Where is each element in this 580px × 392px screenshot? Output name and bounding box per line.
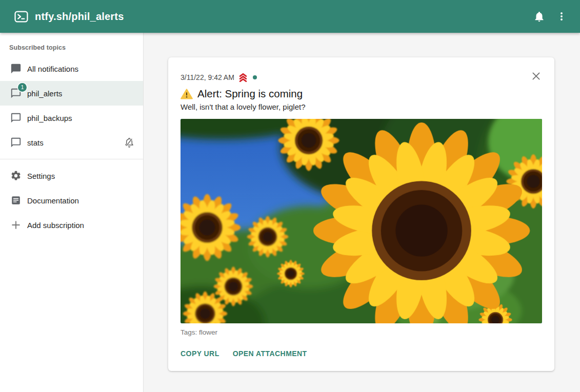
ntfy-app: ntfy.sh/phil_alerts Subscribed topics [0,0,580,392]
app-bar: ntfy.sh/phil_alerts [0,0,580,33]
notification-card: 3/11/22, 9:42 AM [168,57,554,371]
sidebar-item-label: Settings [27,172,55,180]
sidebar-item-add-subscription[interactable]: Add subscription [0,213,143,237]
open-attachment-button[interactable]: OPEN ATTACHMENT [233,349,307,358]
sidebar-item-settings[interactable]: Settings [0,163,143,188]
attachment-image[interactable] [181,119,542,323]
gear-icon [10,170,22,182]
sidebar-item-label: phil_alerts [27,89,62,97]
sidebar-item-phil-backups[interactable]: phil_backups [0,106,143,130]
chat-outline-icon [10,136,22,149]
bell-icon [533,11,545,23]
sidebar-item-documentation[interactable]: Documentation [0,188,143,213]
bell-off-icon [124,137,135,148]
sidebar-divider [0,159,143,159]
chat-filled-icon [10,63,22,75]
sidebar-item-label: Add subscription [27,221,84,229]
sidebar-item-all-notifications[interactable]: All notifications [0,56,143,81]
notification-title: Alert: Spring is coming [197,88,303,100]
close-notification-button[interactable] [528,68,544,84]
warning-icon [181,89,193,99]
main-content: 3/11/22, 9:42 AM [144,33,580,392]
subscribed-topics-label: Subscribed topics [0,38,143,56]
kebab-menu-icon [556,11,567,22]
plus-icon [10,219,22,231]
sidebar-item-phil-alerts[interactable]: 1 phil_alerts [0,81,143,106]
notification-tags: Tags: flower [181,328,542,336]
close-icon [531,71,541,81]
notification-body: Well, isn't that a lovely flower, piglet… [181,102,542,111]
document-icon [10,194,22,207]
sidebar-item-label: phil_backups [27,114,72,122]
sidebar: Subscribed topics All notifications 1 ph… [0,33,144,392]
unread-count-badge: 1 [18,83,27,92]
copy-url-button[interactable]: COPY URL [181,349,219,358]
sidebar-item-stats[interactable]: stats [0,130,143,155]
sidebar-item-label: stats [27,138,44,147]
priority-high-icon [238,72,248,82]
notifications-bell-button[interactable] [528,5,550,28]
chat-outline-icon: 1 [10,87,22,99]
terminal-prompt-icon [14,10,28,24]
app-title: ntfy.sh/phil_alerts [35,11,124,23]
unread-indicator-dot [253,75,257,79]
chat-outline-icon [10,112,22,124]
sidebar-item-label: All notifications [27,65,78,73]
overflow-menu-button[interactable] [550,5,573,28]
sidebar-item-label: Documentation [27,196,79,204]
notification-timestamp: 3/11/22, 9:42 AM [181,73,234,81]
